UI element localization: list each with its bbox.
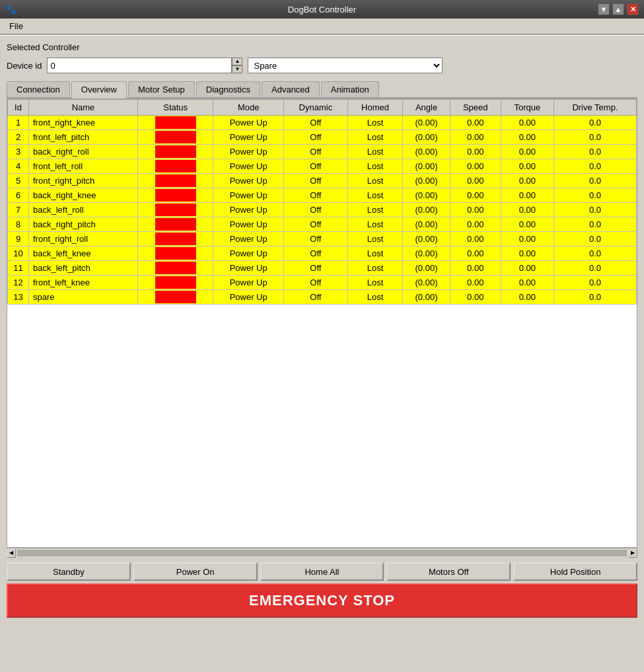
menu-file[interactable]: File bbox=[4, 20, 28, 32]
cell-id: 4 bbox=[8, 159, 29, 174]
tab-advanced[interactable]: Advanced bbox=[262, 81, 320, 97]
cell-drive-temp: 0.0 bbox=[554, 159, 636, 174]
col-header-torque: Torque bbox=[501, 100, 554, 116]
cell-drive-temp: 0.0 bbox=[554, 290, 636, 305]
cell-speed: 0.00 bbox=[450, 203, 501, 217]
cell-drive-temp: 0.0 bbox=[554, 130, 636, 145]
col-header-speed: Speed bbox=[450, 100, 501, 116]
device-id-spinner: ▲ ▼ bbox=[232, 57, 242, 73]
cell-status: Unknown bbox=[137, 217, 213, 232]
cell-speed: 0.00 bbox=[450, 232, 501, 246]
cell-drive-temp: 0.0 bbox=[554, 188, 636, 203]
table-container[interactable]: Id Name Status Mode Dynamic Homed Angle … bbox=[7, 98, 637, 548]
scroll-left-arrow[interactable]: ◀ bbox=[7, 548, 16, 558]
cell-homed: Lost bbox=[347, 174, 403, 188]
cell-drive-temp: 0.0 bbox=[554, 276, 636, 290]
device-id-input[interactable] bbox=[47, 57, 232, 73]
tab-overview[interactable]: Overview bbox=[71, 81, 127, 98]
cell-dynamic: Off bbox=[283, 145, 347, 159]
cell-angle: (0.00) bbox=[403, 174, 450, 188]
cell-id: 5 bbox=[8, 174, 29, 188]
cell-drive-temp: 0.0 bbox=[554, 217, 636, 232]
device-select[interactable]: Spare bbox=[248, 57, 443, 73]
cell-mode: Power Up bbox=[213, 116, 284, 130]
cell-speed: 0.00 bbox=[450, 188, 501, 203]
home-all-button[interactable]: Home All bbox=[260, 562, 384, 581]
power-on-button[interactable]: Power On bbox=[133, 562, 258, 581]
cell-angle: (0.00) bbox=[403, 261, 450, 276]
cell-name: spare bbox=[29, 290, 138, 305]
cell-name: back_left_knee bbox=[29, 246, 138, 261]
cell-angle: (0.00) bbox=[403, 203, 450, 217]
cell-torque: 0.00 bbox=[501, 203, 554, 217]
scroll-right-arrow[interactable]: ▶ bbox=[628, 548, 637, 558]
table-row: 6 back_right_knee Unknown Power Up Off L… bbox=[8, 188, 637, 203]
device-id-input-wrapper: ▲ ▼ bbox=[47, 57, 242, 73]
table-row: 13 spare Unknown Power Up Off Lost (0.00… bbox=[8, 290, 637, 305]
scroll-track[interactable] bbox=[17, 550, 627, 556]
close-button[interactable]: ✕ bbox=[627, 3, 639, 15]
cell-speed: 0.00 bbox=[450, 145, 501, 159]
cell-mode: Power Up bbox=[213, 188, 284, 203]
cell-name: back_right_roll bbox=[29, 145, 138, 159]
tab-connection[interactable]: Connection bbox=[7, 81, 70, 97]
cell-homed: Lost bbox=[347, 116, 403, 130]
table-row: 2 front_left_pitch Unknown Power Up Off … bbox=[8, 130, 637, 145]
tab-diagnostics[interactable]: Diagnostics bbox=[196, 81, 260, 97]
tabs: Connection Overview Motor Setup Diagnost… bbox=[7, 81, 637, 98]
cell-speed: 0.00 bbox=[450, 159, 501, 174]
cell-id: 11 bbox=[8, 261, 29, 276]
cell-torque: 0.00 bbox=[501, 116, 554, 130]
restore-button[interactable]: ▲ bbox=[612, 3, 624, 15]
spin-up-button[interactable]: ▲ bbox=[232, 57, 242, 65]
cell-homed: Lost bbox=[347, 246, 403, 261]
cell-mode: Power Up bbox=[213, 290, 284, 305]
cell-torque: 0.00 bbox=[501, 188, 554, 203]
horizontal-scrollbar[interactable]: ◀ ▶ bbox=[7, 548, 637, 557]
cell-speed: 0.00 bbox=[450, 290, 501, 305]
cell-id: 6 bbox=[8, 188, 29, 203]
minimize-button[interactable]: ▼ bbox=[598, 3, 610, 15]
cell-drive-temp: 0.0 bbox=[554, 246, 636, 261]
cell-homed: Lost bbox=[347, 130, 403, 145]
cell-homed: Lost bbox=[347, 217, 403, 232]
cell-status: Unknown bbox=[137, 174, 213, 188]
cell-id: 10 bbox=[8, 246, 29, 261]
tab-animation[interactable]: Animation bbox=[321, 81, 379, 97]
hold-position-button[interactable]: Hold Position bbox=[513, 562, 637, 581]
cell-torque: 0.00 bbox=[501, 130, 554, 145]
cell-mode: Power Up bbox=[213, 276, 284, 290]
cell-torque: 0.00 bbox=[501, 174, 554, 188]
cell-status: Unknown bbox=[137, 130, 213, 145]
col-header-dynamic: Dynamic bbox=[283, 100, 347, 116]
table-header-row: Id Name Status Mode Dynamic Homed Angle … bbox=[8, 100, 637, 116]
cell-dynamic: Off bbox=[283, 188, 347, 203]
cell-name: front_right_roll bbox=[29, 232, 138, 246]
cell-angle: (0.00) bbox=[403, 188, 450, 203]
spin-down-button[interactable]: ▼ bbox=[232, 65, 242, 73]
cell-name: front_left_pitch bbox=[29, 130, 138, 145]
cell-speed: 0.00 bbox=[450, 174, 501, 188]
cell-homed: Lost bbox=[347, 261, 403, 276]
table-row: 5 front_right_pitch Unknown Power Up Off… bbox=[8, 174, 637, 188]
cell-drive-temp: 0.0 bbox=[554, 261, 636, 276]
cell-status: Unknown bbox=[137, 261, 213, 276]
cell-mode: Power Up bbox=[213, 246, 284, 261]
cell-drive-temp: 0.0 bbox=[554, 145, 636, 159]
selected-controller-label: Selected Controller bbox=[7, 42, 637, 52]
cell-name: back_left_roll bbox=[29, 203, 138, 217]
motors-off-button[interactable]: Motors Off bbox=[386, 562, 511, 581]
cell-dynamic: Off bbox=[283, 174, 347, 188]
app-icon: 🐾 bbox=[5, 4, 17, 15]
col-header-angle: Angle bbox=[403, 100, 450, 116]
tab-motor-setup[interactable]: Motor Setup bbox=[128, 81, 195, 97]
cell-id: 1 bbox=[8, 116, 29, 130]
cell-speed: 0.00 bbox=[450, 217, 501, 232]
emergency-stop-button[interactable]: EMERGENCY STOP bbox=[7, 583, 637, 618]
table-row: 8 back_right_pitch Unknown Power Up Off … bbox=[8, 217, 637, 232]
standby-button[interactable]: Standby bbox=[7, 562, 131, 581]
table-body: 1 front_right_knee Unknown Power Up Off … bbox=[8, 116, 637, 305]
cell-dynamic: Off bbox=[283, 261, 347, 276]
cell-homed: Lost bbox=[347, 159, 403, 174]
cell-homed: Lost bbox=[347, 203, 403, 217]
